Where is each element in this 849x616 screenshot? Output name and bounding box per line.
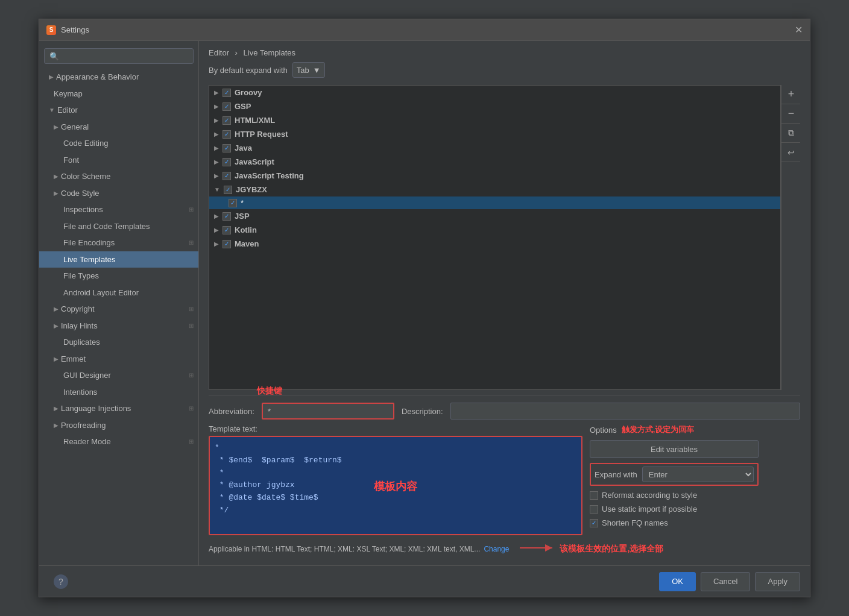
expand-icon: ▶ (214, 240, 219, 247)
static-import-label: Use static import if possible (602, 504, 697, 514)
group-checkbox-gsp[interactable] (223, 102, 231, 111)
expand-with-select[interactable]: Enter Tab Space Default (642, 467, 754, 482)
sidebar-item-label: Inlay Hints (61, 320, 98, 332)
settings-icon: ⊞ (189, 304, 194, 313)
sidebar-item-intentions[interactable]: Intentions (39, 384, 198, 401)
template-group-java[interactable]: ▶ Java (209, 141, 780, 155)
expand-icon: ▶ (214, 159, 219, 165)
sidebar-item-label: Code Style (61, 187, 99, 200)
template-group-httpreq[interactable]: ▶ HTTP Request (209, 127, 780, 141)
sidebar-item-label: Language Injections (61, 403, 131, 415)
main-content: Editor › Live Templates By default expan… (199, 41, 810, 565)
group-checkbox-javascript[interactable] (223, 158, 231, 166)
ok-button[interactable]: OK (659, 572, 696, 591)
shorten-fq-checkbox[interactable] (590, 519, 598, 527)
sidebar-item-inlay-hints[interactable]: ▶ Inlay Hints ⊞ (39, 318, 198, 335)
close-button[interactable]: ✕ (795, 24, 803, 36)
search-box[interactable]: 🔍 (44, 48, 194, 64)
group-checkbox-java[interactable] (223, 144, 231, 152)
cancel-button[interactable]: Cancel (701, 572, 750, 591)
sidebar-item-font[interactable]: Font (39, 152, 198, 169)
search-input[interactable] (59, 52, 188, 60)
sidebar-item-label: Android Layout Editor (63, 287, 139, 299)
sidebar-item-editor[interactable]: ▼ Editor (39, 102, 198, 119)
template-group-javascript[interactable]: ▶ JavaScript (209, 155, 780, 169)
template-content-row: Template text: * * $end$ $param$ $return… (209, 424, 800, 537)
sidebar-item-general[interactable]: ▶ General (39, 119, 198, 136)
group-checkbox-jstesting[interactable] (223, 172, 231, 180)
group-checkbox-maven[interactable] (223, 240, 231, 248)
sidebar-item-duplicates[interactable]: Duplicates (39, 334, 198, 351)
sidebar-item-copyright[interactable]: ▶ Copyright ⊞ (39, 301, 198, 318)
sidebar-item-label: Reader Mode (63, 436, 111, 448)
sidebar-item-keymap[interactable]: Keymap (39, 86, 198, 102)
static-import-checkbox[interactable] (590, 505, 598, 514)
sidebar-item-language-injections[interactable]: ▶ Language Injections ⊞ (39, 400, 198, 417)
sidebar-item-appearance[interactable]: ▶ Appearance & Behavior (39, 69, 198, 86)
group-checkbox-kotlin[interactable] (223, 226, 231, 234)
sidebar-item-label: General (61, 121, 89, 133)
change-link[interactable]: Change (484, 545, 509, 553)
apply-button[interactable]: Apply (755, 572, 800, 591)
item-checkbox-star[interactable] (229, 199, 237, 207)
abbreviation-input[interactable] (262, 403, 394, 420)
sidebar-item-file-code-templates[interactable]: File and Code Templates (39, 218, 198, 235)
sidebar-item-code-style[interactable]: ▶ Code Style (39, 185, 198, 202)
template-group-jsp[interactable]: ▶ JSP (209, 209, 780, 223)
sidebar-item-color-scheme[interactable]: ▶ Color Scheme (39, 168, 198, 185)
sidebar-item-emmet[interactable]: ▶ Emmet (39, 351, 198, 368)
settings-icon: ⊞ (189, 404, 194, 413)
sidebar-item-label: Font (63, 154, 79, 166)
copy-template-button[interactable]: ⧉ (781, 124, 800, 143)
search-icon: 🔍 (49, 52, 59, 61)
sidebar-item-proofreading[interactable]: ▶ Proofreading (39, 417, 198, 434)
template-group-kotlin[interactable]: ▶ Kotlin (209, 223, 780, 237)
reformat-checkbox[interactable] (590, 491, 598, 500)
sidebar-item-inspections[interactable]: Inspections ⊞ (39, 201, 198, 218)
description-input[interactable] (450, 403, 800, 420)
expand-icon: ▶ (214, 213, 219, 219)
chevron-right-icon: ▶ (49, 72, 54, 81)
restore-template-button[interactable]: ↩ (781, 143, 800, 162)
template-group-maven[interactable]: ▶ Maven (209, 237, 780, 251)
sidebar-item-file-encodings[interactable]: File Encodings ⊞ (39, 234, 198, 251)
template-group-gsp[interactable]: ▶ GSP (209, 99, 780, 113)
sidebar-item-android-layout[interactable]: Android Layout Editor (39, 284, 198, 301)
expand-label: By default expand with (209, 66, 288, 75)
template-group-htmlxml[interactable]: ▶ HTML/XML (209, 113, 780, 127)
help-button[interactable]: ? (54, 574, 68, 589)
sidebar-item-code-editing[interactable]: Code Editing (39, 135, 198, 152)
chevron-right-icon: ▶ (54, 404, 58, 413)
template-group-jstesting[interactable]: ▶ JavaScript Testing (209, 169, 780, 183)
annotation-shortcut: 快捷键 (257, 386, 282, 395)
chevron-right-icon: ▶ (54, 421, 58, 430)
sidebar: 🔍 ▶ Appearance & Behavior Keymap ▼ Edito… (39, 41, 199, 565)
edit-variables-button[interactable]: Edit variables (590, 440, 759, 458)
expand-select[interactable]: Tab ▼ (292, 62, 325, 78)
sidebar-item-gui-designer[interactable]: GUI Designer ⊞ (39, 367, 198, 384)
sidebar-item-label: Emmet (61, 353, 86, 365)
remove-template-button[interactable]: − (781, 104, 800, 124)
sidebar-item-reader-mode[interactable]: Reader Mode ⊞ (39, 433, 198, 450)
dialog-footer: ? OK Cancel Apply (39, 565, 810, 597)
sidebar-item-label: Copyright (61, 303, 95, 315)
expand-icon: ▶ (214, 89, 219, 96)
expand-icon: ▼ (214, 186, 220, 193)
template-group-jgybzx[interactable]: ▼ JGYBZX (209, 183, 780, 196)
template-textarea[interactable]: * * $end$ $param$ $return$ * * @author j… (209, 436, 582, 535)
group-checkbox-groovy[interactable] (223, 89, 231, 97)
group-checkbox-jgybzx[interactable] (224, 186, 232, 194)
template-item-star[interactable]: * (209, 196, 780, 209)
group-checkbox-httpreq[interactable] (223, 130, 231, 139)
sidebar-item-file-types[interactable]: File Types (39, 268, 198, 284)
template-group-groovy[interactable]: ▶ Groovy (209, 86, 780, 99)
settings-icon: ⊞ (189, 321, 194, 330)
sidebar-item-label: Appearance & Behavior (56, 71, 139, 83)
applicable-text: Applicable in HTML: HTML Text; HTML; XML… (209, 545, 480, 553)
sidebar-item-live-templates[interactable]: Live Templates (39, 251, 198, 268)
abbr-desc-row: Abbreviation: Description: (209, 403, 800, 420)
add-template-button[interactable]: + (781, 85, 800, 104)
group-checkbox-htmlxml[interactable] (223, 116, 231, 125)
group-checkbox-jsp[interactable] (223, 212, 231, 221)
shorten-fq-row: Shorten FQ names (590, 518, 759, 527)
